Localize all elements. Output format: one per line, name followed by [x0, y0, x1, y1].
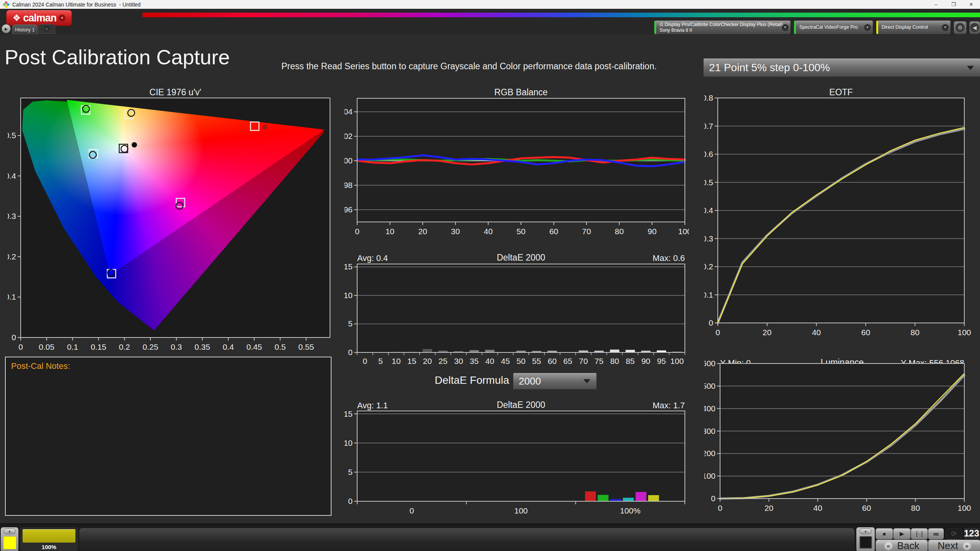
expand-patch-panel-button[interactable]: ▲: [3, 528, 16, 534]
infinity-icon: ∞: [933, 530, 939, 538]
app-icon: [3, 2, 9, 8]
back-button[interactable]: « Back: [875, 540, 928, 551]
read-counter: 123: [964, 528, 979, 539]
svg-text:20: 20: [423, 357, 432, 365]
stop-button[interactable]: ■: [875, 528, 893, 540]
patch-preview-bar: [79, 528, 854, 551]
point-series-value: 21 Point 5% step 0-100%: [709, 62, 830, 74]
stop-icon: ■: [883, 531, 886, 537]
svg-text:50: 50: [516, 227, 525, 236]
svg-text:0: 0: [718, 504, 722, 512]
svg-text:200: 200: [704, 449, 715, 458]
chevron-down-icon: [583, 379, 590, 383]
svg-text:40: 40: [812, 328, 821, 337]
patch-color-panel[interactable]: ▲: [1, 527, 18, 551]
patch-level-label: 100%: [20, 544, 78, 550]
svg-text:60: 60: [549, 227, 558, 236]
svg-text:60: 60: [861, 328, 870, 337]
svg-text:0.7: 0.7: [704, 122, 713, 130]
svg-text:10: 10: [345, 439, 353, 447]
svg-text:400: 400: [704, 404, 715, 413]
deltae-formula-value: 2000: [519, 375, 541, 387]
svg-text:100: 100: [345, 156, 353, 165]
calman-logo-text: calman: [23, 12, 56, 24]
svg-text:65: 65: [564, 357, 572, 365]
meter-dropdown[interactable]: i1 Display Pro/Calibrite ColorChecker Di…: [654, 20, 791, 34]
title-bar: Calman 2024 Calman Ultimate for Business…: [0, 0, 980, 9]
calman-menu-caret-icon: ▼: [59, 15, 65, 21]
svg-text:0.5: 0.5: [274, 342, 286, 351]
svg-text:0: 0: [11, 333, 16, 342]
collapse-panel-button[interactable]: ◀: [969, 21, 980, 34]
workflow-nav-button[interactable]: ▶: [2, 24, 11, 33]
svg-text:0: 0: [709, 318, 713, 327]
page-title: Post Calibration Capture: [5, 45, 230, 69]
svg-text:100: 100: [957, 504, 971, 512]
svg-text:70: 70: [579, 357, 588, 365]
svg-text:100: 100: [678, 227, 689, 236]
svg-text:0: 0: [715, 328, 720, 337]
current-patch-swatch: [3, 536, 16, 549]
deltae-formula-dropdown[interactable]: 2000: [513, 373, 597, 390]
refresh-icon: ⟳: [951, 530, 957, 538]
gear-icon: ⚙: [956, 23, 965, 32]
svg-text:0.15: 0.15: [91, 342, 106, 351]
luminance-chart: 0100200300400500600020406080100: [704, 349, 980, 517]
svg-text:0: 0: [348, 348, 353, 357]
source-dropdown[interactable]: SpectraCal VideoForge Pro ▼: [794, 20, 873, 34]
svg-text:0.2: 0.2: [704, 262, 713, 271]
svg-text:5: 5: [348, 319, 353, 328]
chevron-down-icon: [967, 66, 974, 70]
svg-text:45: 45: [501, 357, 510, 365]
svg-text:0.2: 0.2: [119, 342, 130, 351]
minimize-button[interactable]: –: [927, 0, 945, 9]
play-icon: ▶: [5, 27, 8, 31]
deltae-formula-label: DeltaE Formula: [398, 374, 509, 386]
calman-menu-button[interactable]: ❖ calman ▼: [6, 10, 72, 26]
svg-text:600: 600: [704, 359, 715, 368]
next-label: Next: [938, 540, 958, 551]
svg-text:25: 25: [439, 357, 448, 365]
svg-text:75: 75: [595, 357, 603, 365]
svg-text:80: 80: [610, 357, 619, 365]
single-read-button[interactable]: [··]: [911, 528, 928, 540]
svg-text:10: 10: [345, 291, 353, 300]
svg-text:96: 96: [345, 205, 353, 214]
svg-text:0.1: 0.1: [704, 290, 713, 299]
maximize-button[interactable]: ❐: [945, 0, 962, 9]
svg-text:0: 0: [348, 497, 353, 505]
svg-text:10: 10: [385, 227, 394, 236]
next-button[interactable]: Next »: [928, 540, 980, 551]
play-icon: ▶: [900, 530, 904, 537]
point-series-dropdown[interactable]: 21 Point 5% step 0-100%: [703, 58, 980, 77]
svg-text:102: 102: [345, 132, 353, 140]
calman-app-window: Calman 2024 Calman Ultimate for Business…: [0, 0, 980, 551]
expand-read-panel-button[interactable]: ▲: [859, 528, 872, 534]
chevron-down-icon[interactable]: ▼: [782, 24, 789, 31]
svg-text:0.1: 0.1: [8, 292, 16, 301]
svg-text:104: 104: [345, 107, 353, 116]
new-tab-button[interactable]: +: [38, 24, 55, 34]
settings-button[interactable]: ⚙: [954, 21, 967, 34]
svg-text:20: 20: [764, 504, 773, 512]
close-button[interactable]: ✕: [962, 0, 980, 9]
chevron-down-icon[interactable]: ▼: [864, 24, 871, 31]
arrow-left-icon: ◀: [970, 23, 979, 32]
continuous-read-button[interactable]: ∞: [928, 528, 944, 540]
post-cal-notes-area[interactable]: Post-Cal Notes:: [5, 357, 332, 516]
display-control-dropdown[interactable]: Direct Display Control ▼: [876, 20, 951, 34]
refresh-button[interactable]: ⟳: [946, 528, 962, 540]
svg-text:20: 20: [763, 328, 771, 337]
svg-text:0.25: 0.25: [142, 342, 158, 351]
svg-text:0.5: 0.5: [704, 178, 713, 187]
svg-text:5: 5: [378, 357, 383, 365]
svg-text:10: 10: [392, 357, 400, 365]
arrow-up-icon: ▲: [864, 530, 867, 533]
svg-text:50: 50: [516, 357, 525, 365]
tab-history-1[interactable]: History 1: [12, 24, 38, 34]
svg-text:35: 35: [470, 357, 479, 365]
read-series-button[interactable]: ▶: [893, 528, 911, 540]
svg-text:5: 5: [348, 468, 353, 476]
read-window-panel[interactable]: ▲: [856, 527, 875, 551]
chevron-down-icon[interactable]: ▼: [942, 24, 949, 31]
